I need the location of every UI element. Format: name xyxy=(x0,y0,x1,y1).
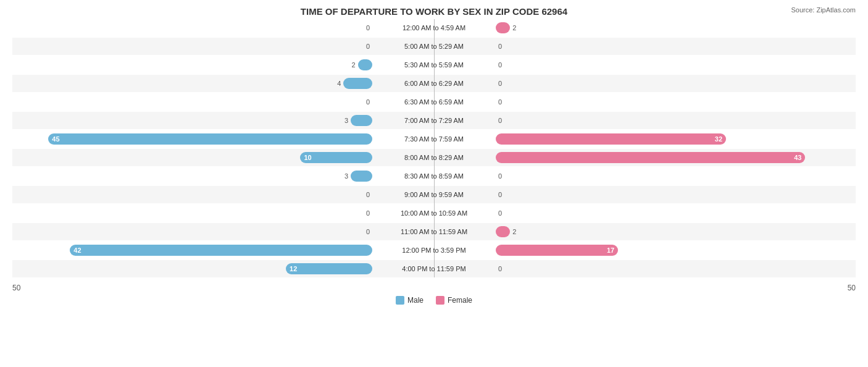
male-bar-container: 0 xyxy=(12,226,372,237)
male-bar-value: 45 xyxy=(52,135,59,143)
time-label: 6:30 AM to 6:59 AM xyxy=(372,98,496,106)
legend-male-box xyxy=(396,296,404,305)
female-bar-value: 43 xyxy=(794,154,801,161)
left-section: 10 xyxy=(12,149,372,166)
x-label-right: 50 xyxy=(848,284,856,292)
time-label: 8:00 AM to 8:29 AM xyxy=(372,154,496,161)
x-label-left: 50 xyxy=(12,284,20,292)
chart-title: TIME OF DEPARTURE TO WORK BY SEX IN ZIP … xyxy=(12,6,856,17)
female-bar-value: 17 xyxy=(607,247,614,254)
female-bar xyxy=(496,226,510,237)
chart-container: TIME OF DEPARTURE TO WORK BY SEX IN ZIP … xyxy=(0,0,868,367)
left-section: 4 xyxy=(12,75,372,92)
female-bar-container: 2 xyxy=(496,22,856,33)
male-bar-container: 0 xyxy=(12,208,372,219)
right-section: 43 xyxy=(496,149,856,166)
male-bar xyxy=(351,171,372,182)
time-label: 10:00 AM to 10:59 AM xyxy=(372,209,496,217)
male-outside-value: 3 xyxy=(344,172,348,180)
female-outside-value: 0 xyxy=(498,172,502,180)
female-bar-container: 0 xyxy=(496,171,856,182)
male-bar: 12 xyxy=(286,263,372,274)
right-section: 0 xyxy=(496,75,856,92)
source-text: Source: ZipAtlas.com xyxy=(791,6,856,14)
male-bar-container: 0 xyxy=(12,189,372,200)
female-bar-container: 0 xyxy=(496,41,856,52)
male-bar-value: 10 xyxy=(304,154,311,161)
time-label: 11:00 AM to 11:59 AM xyxy=(372,228,496,235)
female-outside-value: 2 xyxy=(512,24,516,32)
time-label: 7:00 AM to 7:29 AM xyxy=(372,117,496,124)
time-label: 4:00 PM to 11:59 PM xyxy=(372,265,496,272)
right-section: 2 xyxy=(496,223,856,240)
male-outside-value: 0 xyxy=(366,228,370,235)
left-section: 0 xyxy=(12,93,372,111)
right-section: 0 xyxy=(496,205,856,222)
female-outside-value: 0 xyxy=(498,98,502,106)
legend-female-label: Female xyxy=(448,296,472,305)
right-section: 0 xyxy=(496,186,856,203)
legend-male-label: Male xyxy=(407,296,424,305)
male-bar-value: 42 xyxy=(73,247,81,254)
left-section: 0 xyxy=(12,223,372,240)
female-bar-container: 17 xyxy=(496,245,856,256)
male-bar xyxy=(351,115,372,126)
female-outside-value: 0 xyxy=(498,191,502,198)
legend-female: Female xyxy=(436,296,472,305)
time-label: 5:00 AM to 5:29 AM xyxy=(372,43,496,50)
right-section: 32 xyxy=(496,130,856,148)
male-bar-container: 45 xyxy=(12,133,372,145)
right-section: 2 xyxy=(496,19,856,36)
right-section: 0 xyxy=(496,260,856,277)
male-outside-value: 0 xyxy=(366,209,370,217)
left-section: 0 xyxy=(12,38,372,55)
legend-female-box xyxy=(436,296,444,305)
female-outside-value: 0 xyxy=(498,80,502,87)
time-label: 8:30 AM to 8:59 AM xyxy=(372,172,496,180)
male-outside-value: 0 xyxy=(366,24,370,32)
male-bar-container: 3 xyxy=(12,171,372,182)
right-section: 0 xyxy=(496,167,856,185)
left-section: 2 xyxy=(12,56,372,74)
female-bar-container: 43 xyxy=(496,152,856,163)
male-bar-container: 12 xyxy=(12,263,372,274)
male-bar-container: 10 xyxy=(12,152,372,163)
left-section: 42 xyxy=(12,242,372,259)
time-label: 5:30 AM to 5:59 AM xyxy=(372,61,496,69)
male-bar: 45 xyxy=(48,133,372,145)
time-label: 7:30 AM to 7:59 AM xyxy=(372,135,496,143)
female-outside-value: 0 xyxy=(498,117,502,124)
female-bar-container: 0 xyxy=(496,208,856,219)
female-bar-container: 0 xyxy=(496,78,856,89)
left-section: 3 xyxy=(12,167,372,185)
x-axis: 50 50 xyxy=(12,280,856,292)
male-outside-value: 0 xyxy=(366,98,370,106)
female-bar-container: 0 xyxy=(496,189,856,200)
time-label: 6:00 AM to 6:29 AM xyxy=(372,80,496,87)
female-bar-container: 2 xyxy=(496,226,856,237)
left-section: 12 xyxy=(12,260,372,277)
male-bar xyxy=(358,59,372,70)
male-bar: 10 xyxy=(300,152,372,163)
male-outside-value: 2 xyxy=(352,61,356,69)
time-label: 12:00 PM to 3:59 PM xyxy=(372,247,496,254)
female-outside-value: 2 xyxy=(512,228,516,235)
right-section: 17 xyxy=(496,242,856,259)
left-section: 3 xyxy=(12,112,372,129)
female-outside-value: 0 xyxy=(498,61,502,69)
male-outside-value: 3 xyxy=(344,117,348,124)
right-section: 0 xyxy=(496,93,856,111)
female-outside-value: 0 xyxy=(498,43,502,50)
time-label: 9:00 AM to 9:59 AM xyxy=(372,191,496,198)
female-bar: 17 xyxy=(496,245,618,256)
legend: Male Female xyxy=(12,296,856,305)
male-bar-container: 0 xyxy=(12,22,372,33)
chart-rows-wrapper: 0 12:00 AM to 4:59 AM 2 0 5:00 AM to 5:2… xyxy=(12,19,856,277)
female-bar: 32 xyxy=(496,133,726,145)
right-section: 0 xyxy=(496,38,856,55)
female-bar-container: 0 xyxy=(496,115,856,126)
male-bar: 42 xyxy=(70,245,372,256)
male-bar-container: 2 xyxy=(12,59,372,70)
female-bar-container: 0 xyxy=(496,263,856,274)
center-line xyxy=(434,19,435,277)
